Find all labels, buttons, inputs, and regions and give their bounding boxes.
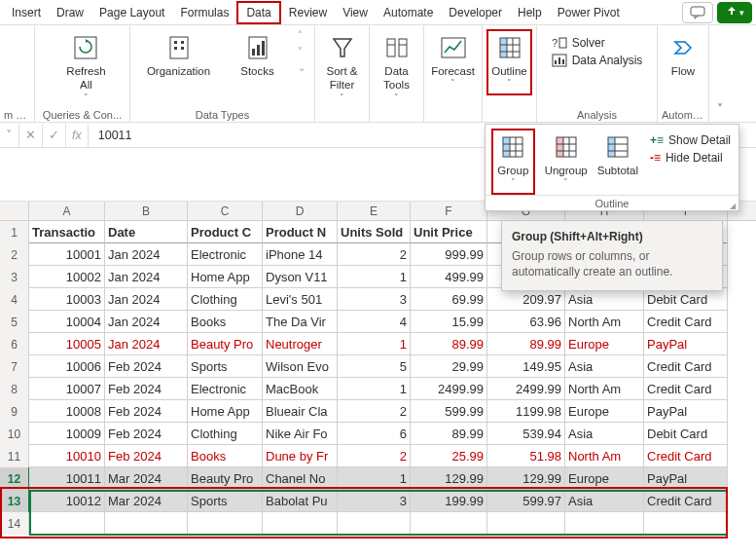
stocks-button[interactable]: Stocks — [232, 29, 284, 95]
cell[interactable]: 10005 — [29, 333, 105, 355]
cell[interactable] — [188, 512, 263, 535]
row-header[interactable]: 13 — [0, 490, 29, 512]
cell[interactable] — [411, 512, 487, 535]
cell[interactable]: PayPal — [644, 333, 728, 355]
cell[interactable]: Home App — [188, 400, 263, 423]
cell[interactable]: iPhone 14 — [263, 243, 338, 266]
cell[interactable]: 69.99 — [411, 288, 487, 311]
cell[interactable]: Feb 2024 — [105, 400, 188, 423]
cell[interactable]: Mar 2024 — [105, 490, 188, 512]
tab-data[interactable]: Data — [236, 1, 280, 24]
cell[interactable]: Debit Card — [644, 423, 728, 445]
tab-review[interactable]: Review — [281, 1, 335, 24]
cell[interactable]: Dyson V11 — [263, 266, 338, 288]
refresh-all-button[interactable]: Refresh All˅ — [60, 29, 113, 105]
cell[interactable] — [644, 512, 728, 535]
cell[interactable]: Jan 2024 — [105, 333, 188, 355]
row-header[interactable]: 12 — [0, 467, 29, 490]
tab-view[interactable]: View — [335, 1, 376, 24]
cell[interactable] — [487, 512, 565, 535]
cell[interactable]: Clothing — [188, 288, 263, 311]
select-all-corner[interactable] — [0, 202, 29, 220]
cell[interactable]: Sports — [188, 490, 263, 512]
cell[interactable]: Babolat Pu — [263, 490, 338, 512]
cell[interactable]: Neutroger — [263, 333, 338, 355]
cell[interactable]: 10012 — [29, 490, 105, 512]
col-header-b[interactable]: B — [105, 202, 188, 220]
tab-help[interactable]: Help — [510, 1, 550, 24]
cell[interactable]: PayPal — [644, 467, 728, 490]
scroll-down-icon[interactable]: ˅ — [298, 46, 306, 56]
cell[interactable]: Levi's 501 — [263, 288, 338, 311]
cell[interactable]: 6 — [338, 423, 411, 445]
row-header[interactable]: 2 — [0, 243, 29, 266]
scroll-up-icon[interactable]: ˄ — [298, 29, 306, 40]
cell[interactable]: Electronic — [188, 378, 263, 400]
sort-filter-button[interactable]: Sort & Filter˅ — [319, 29, 365, 105]
cell[interactable]: Wilson Evo — [263, 355, 338, 378]
cell[interactable]: Books — [188, 311, 263, 333]
cell[interactable]: 2 — [338, 445, 411, 467]
cell[interactable]: 63.96 — [487, 311, 565, 333]
comments-button[interactable] — [682, 2, 713, 23]
cell[interactable]: Europe — [565, 467, 644, 490]
cell[interactable]: Transactio — [29, 221, 105, 243]
cell[interactable]: Blueair Cla — [263, 400, 338, 423]
cell[interactable]: Clothing — [188, 423, 263, 445]
col-header-e[interactable]: E — [338, 202, 411, 220]
cell[interactable]: Jan 2024 — [105, 243, 188, 266]
cell[interactable] — [338, 512, 411, 535]
cell[interactable]: 1 — [338, 467, 411, 490]
cell[interactable]: 10008 — [29, 400, 105, 423]
col-header-a[interactable]: A — [29, 202, 105, 220]
data-tools-button[interactable]: Data Tools˅ — [374, 29, 419, 105]
cell[interactable]: 599.97 — [487, 490, 565, 512]
show-detail-button[interactable]: +≡ Show Detail — [648, 132, 733, 148]
cell[interactable]: North Am — [565, 445, 644, 467]
cell[interactable]: 25.99 — [411, 445, 487, 467]
cell[interactable]: 199.99 — [411, 490, 487, 512]
row-header[interactable]: 3 — [0, 266, 29, 288]
cell[interactable]: 2499.99 — [487, 378, 565, 400]
cell[interactable]: 10006 — [29, 355, 105, 378]
cell[interactable]: Electronic — [188, 243, 263, 266]
cell[interactable]: 3 — [338, 490, 411, 512]
cell[interactable]: 4 — [338, 311, 411, 333]
cell[interactable]: 10007 — [29, 378, 105, 400]
cell[interactable]: Credit Card — [644, 378, 728, 400]
col-header-f[interactable]: F — [411, 202, 487, 220]
cell[interactable]: 51.98 — [487, 445, 565, 467]
organization-button[interactable]: Organization — [140, 29, 218, 95]
cell[interactable]: Books — [188, 445, 263, 467]
cell[interactable]: 2 — [338, 243, 411, 266]
row-header[interactable]: 11 — [0, 445, 29, 467]
cell[interactable]: Europe — [565, 400, 644, 423]
cell[interactable]: 10002 — [29, 266, 105, 288]
cell[interactable]: Jan 2024 — [105, 266, 188, 288]
cell[interactable]: North Am — [565, 378, 644, 400]
cell[interactable]: 129.99 — [487, 467, 565, 490]
fbar-cancel[interactable]: ✕ — [19, 124, 43, 147]
cell[interactable] — [105, 512, 188, 535]
cell[interactable] — [29, 512, 105, 535]
cell[interactable]: Jan 2024 — [105, 311, 188, 333]
cell[interactable]: Credit Card — [644, 311, 728, 333]
cell[interactable]: Home App — [188, 266, 263, 288]
cell[interactable] — [263, 512, 338, 535]
cell[interactable]: Mar 2024 — [105, 467, 188, 490]
cell[interactable]: MacBook — [263, 378, 338, 400]
cell[interactable]: 1 — [338, 333, 411, 355]
cell[interactable]: Beauty Pro — [188, 467, 263, 490]
cell[interactable]: 89.99 — [487, 333, 565, 355]
row-header[interactable]: 4 — [0, 288, 29, 311]
tab-insert[interactable]: Insert — [4, 1, 49, 24]
hide-detail-button[interactable]: -≡ Hide Detail — [648, 150, 733, 166]
cell[interactable]: 149.95 — [487, 355, 565, 378]
cell[interactable]: 3 — [338, 288, 411, 311]
cell[interactable]: 89.99 — [411, 423, 487, 445]
fbar-confirm[interactable]: ✓ — [43, 124, 66, 147]
fbar-dropdown[interactable]: ˅ — [0, 124, 19, 147]
cell[interactable]: Product C — [188, 221, 263, 243]
cell[interactable]: Asia — [565, 288, 644, 311]
cell[interactable]: Unit Price — [411, 221, 487, 243]
